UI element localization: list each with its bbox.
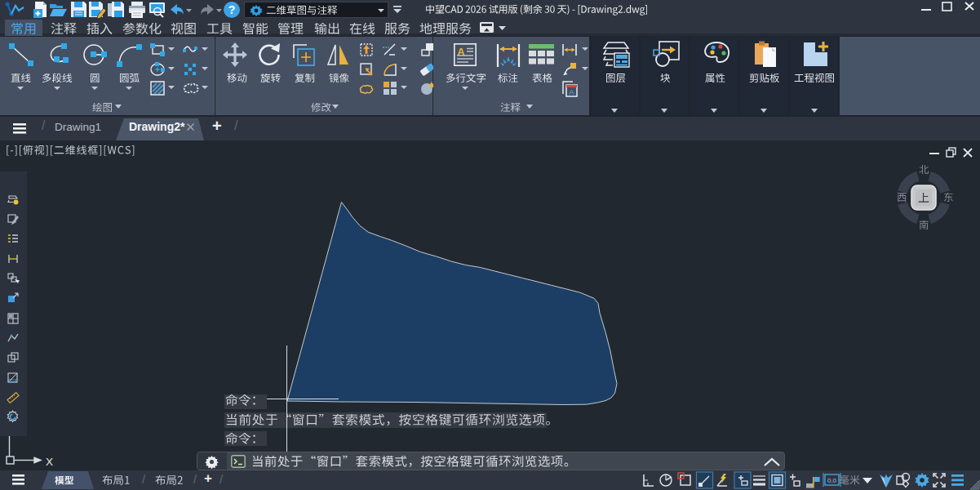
svg-text:?: ? bbox=[228, 3, 236, 16]
svg-text:A: A bbox=[569, 88, 574, 96]
